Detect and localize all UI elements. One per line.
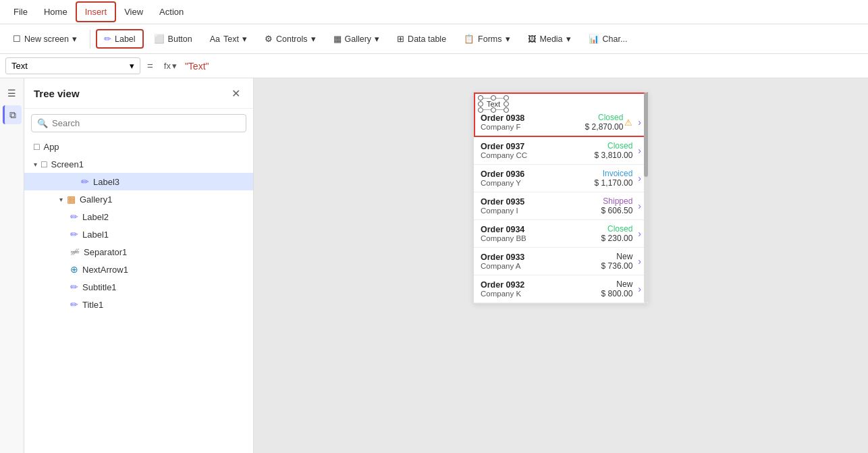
tree-item-screen1-label: Screen1: [51, 159, 83, 169]
label2-icon: ✏: [70, 211, 78, 222]
row-1-status: Closed: [595, 141, 633, 151]
gallery-row-4[interactable]: Order 0934 Company BB Closed $ 230.00 ›: [474, 220, 648, 248]
data-table-button[interactable]: ⊞ Data table: [389, 30, 454, 48]
row-4-order: Order 0934: [481, 225, 601, 234]
label-icon: ✏: [104, 34, 111, 44]
tree-item-separator1-label: Separator1: [84, 247, 127, 257]
tree-item-label2[interactable]: ✏ Label2: [24, 208, 253, 225]
tree-item-subtitle1-label: Subtitle1: [82, 282, 117, 292]
row-6-arrow[interactable]: ›: [638, 284, 641, 294]
side-icons: ☰ ⧉: [0, 78, 24, 453]
chart-button[interactable]: 📊 Char...: [581, 30, 635, 48]
arrow-icon: ⊕: [70, 264, 78, 275]
row-3-arrow[interactable]: ›: [638, 201, 641, 211]
tree-item-label3[interactable]: ✏ Label3: [24, 173, 253, 190]
tree-item-screen1[interactable]: ▾ □ Screen1: [24, 155, 253, 173]
row-1-right: Closed $ 3,810.00: [595, 141, 633, 160]
row-4-company: Company BB: [481, 234, 601, 242]
row-0-arrow[interactable]: ›: [638, 117, 641, 128]
media-button[interactable]: 🖼 Media ▾: [520, 30, 578, 48]
label1-icon: ✏: [70, 229, 78, 240]
row-1-arrow[interactable]: ›: [638, 145, 641, 156]
formula-value[interactable]: "Text": [185, 61, 209, 72]
row-4-right: Closed $ 230.00: [601, 224, 633, 243]
formula-bar: Text ▾ = fx ▾ "Text": [0, 54, 868, 78]
gallery-btn-label: Gallery: [345, 34, 372, 44]
label3-element[interactable]: Text: [481, 98, 506, 110]
menu-insert[interactable]: Insert: [76, 1, 117, 22]
controls-button[interactable]: ⚙ Controls ▾: [257, 30, 323, 48]
tree-item-app-label: App: [43, 142, 59, 152]
row-3-order: Order 0935: [481, 197, 601, 207]
tree-item-label1[interactable]: ✏ Label1: [24, 225, 253, 243]
tree-close-button[interactable]: ✕: [227, 85, 244, 101]
toolbar: ☐ New screen ▾ ✏ Label ⬜ Button Aa Text …: [0, 24, 868, 54]
search-input[interactable]: [52, 118, 240, 128]
row-5-arrow[interactable]: ›: [638, 256, 641, 267]
row-5-order: Order 0933: [481, 252, 601, 262]
subtitle-icon: ✏: [70, 282, 78, 292]
app-icon: □: [34, 141, 39, 152]
label-button[interactable]: ✏ Label: [96, 29, 144, 49]
tree-item-gallery1[interactable]: ▾ ▦ Gallery1: [24, 190, 253, 208]
tree-item-nextarrow1[interactable]: ⊕ NextArrow1: [24, 261, 253, 278]
row-3-status: Shipped: [601, 196, 633, 206]
row-4-arrow[interactable]: ›: [638, 228, 641, 239]
data-table-icon: ⊞: [397, 34, 404, 44]
gallery-button[interactable]: ▦ Gallery ▾: [326, 30, 387, 48]
row-2-arrow[interactable]: ›: [638, 173, 641, 184]
menu-action[interactable]: Action: [151, 3, 192, 21]
fx-chevron-icon: ▾: [172, 61, 177, 71]
gallery-row-1[interactable]: Order 0937 Company CC Closed $ 3,810.00 …: [474, 137, 648, 165]
tree-item-app[interactable]: □ App: [24, 138, 253, 155]
hamburger-icon[interactable]: ☰: [3, 84, 22, 103]
menu-file[interactable]: File: [5, 3, 36, 21]
chevron-down-icon: ▾: [34, 161, 37, 168]
gallery-widget: Text Order 0938: [473, 92, 649, 304]
equals-sign: =: [144, 60, 156, 72]
text-chevron-icon: ▾: [242, 34, 247, 44]
gallery-row-6[interactable]: Order 0932 Company K New $ 800.00 ›: [474, 275, 648, 303]
menu-view[interactable]: View: [116, 3, 151, 21]
text-button[interactable]: Aa Text ▾: [202, 30, 254, 48]
row-2-amount: $ 1,170.00: [595, 178, 633, 188]
row-5-company: Company A: [481, 262, 601, 270]
tree-item-title1-label: Title1: [82, 300, 103, 310]
canvas-area: Text Order 0938: [254, 78, 868, 453]
row-0-status: Closed: [585, 113, 624, 122]
controls-chevron-icon: ▾: [311, 34, 316, 44]
row-0-order: Order 0938: [481, 113, 585, 123]
gallery-row-3[interactable]: Order 0935 Company I Shipped $ 606.50 ›: [474, 192, 648, 220]
forms-button[interactable]: 📋 Forms ▾: [456, 30, 517, 48]
row-5-status: New: [601, 252, 633, 261]
media-icon: 🖼: [528, 34, 537, 44]
gallery-row-5[interactable]: Order 0933 Company A New $ 736.00 ›: [474, 248, 648, 275]
row-6-order: Order 0932: [481, 280, 601, 290]
gallery-row-2[interactable]: Order 0936 Company Y Invoiced $ 1,170.00…: [474, 165, 648, 192]
row-3-amount: $ 606.50: [601, 206, 633, 215]
tree-item-separator1[interactable]: ⧣ Separator1: [24, 243, 253, 261]
gallery-header-row[interactable]: Text Order 0938: [474, 92, 648, 137]
button-button[interactable]: ⬜ Button: [146, 30, 200, 48]
menu-home[interactable]: Home: [36, 3, 76, 21]
tree-view-title: Tree view: [34, 88, 80, 99]
fx-area: fx ▾: [160, 61, 181, 71]
row-0-company: Company F: [481, 123, 585, 131]
scrollbar-thumb[interactable]: [644, 92, 648, 177]
menubar: File Home Insert View Action: [0, 0, 868, 24]
row-0-amount: $ 2,870.00: [585, 122, 624, 132]
tree-item-subtitle1[interactable]: ✏ Subtitle1: [24, 278, 253, 296]
new-screen-button[interactable]: ☐ New screen ▾: [5, 30, 84, 48]
label-btn-label: Label: [115, 34, 136, 44]
layers-icon[interactable]: ⧉: [3, 105, 22, 124]
tree-items: □ App ▾ □ Screen1 ✏ Label3 ▾ ▦ Gallery1: [24, 138, 253, 453]
tree-item-title1[interactable]: ✏ Title1: [24, 296, 253, 313]
row-2-status: Invoiced: [595, 169, 633, 178]
tree-panel: Tree view ✕ 🔍 □ App ▾ □ Screen1 ✏ La: [24, 78, 254, 453]
gallery-chevron-icon: ▾: [59, 196, 63, 203]
scrollbar-track[interactable]: [644, 92, 648, 303]
row-5-left: Order 0933 Company A: [481, 252, 601, 270]
formula-select[interactable]: Text ▾: [5, 57, 140, 74]
row-1-left: Order 0937 Company CC: [481, 142, 595, 159]
row-4-left: Order 0934 Company BB: [481, 225, 601, 242]
